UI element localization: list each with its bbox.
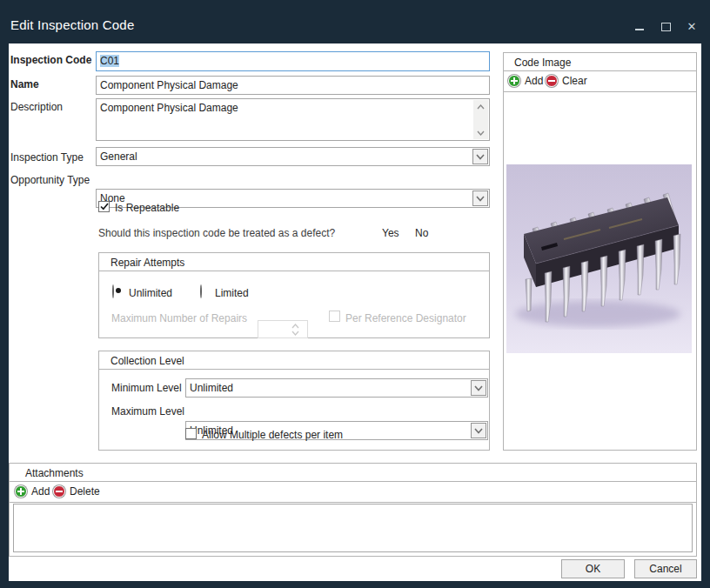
description-input[interactable]: Component Physical Damage: [96, 98, 490, 141]
code-image-header: Code Image: [504, 53, 696, 71]
dropdown-arrow-icon[interactable]: [471, 380, 486, 396]
clear-minus-icon: [546, 75, 558, 87]
unlimited-label: Unlimited: [129, 287, 172, 299]
inspection-type-label: Inspection Type: [10, 151, 84, 164]
name-label: Name: [10, 78, 39, 90]
opportunity-type-label: Opportunity Type: [10, 174, 90, 186]
description-label: Description: [10, 101, 63, 113]
attachments-toolbar: Add Delete: [10, 482, 696, 503]
maximum-level-label: Maximum Level: [111, 405, 184, 418]
is-repeatable-checkbox[interactable]: [98, 201, 110, 212]
code-image-clear-button[interactable]: Clear: [546, 75, 587, 87]
max-repairs-label: Maximum Number of Repairs: [111, 312, 247, 324]
repair-attempts-header: Repair Attempts: [99, 253, 489, 271]
inspection-code-input[interactable]: C01: [96, 51, 490, 71]
inspection-type-select[interactable]: General: [96, 147, 490, 166]
attachments-header: Attachments: [10, 464, 696, 482]
defect-question-label: Should this inspection code be treated a…: [98, 227, 335, 239]
minimum-level-value: Unlimited: [190, 382, 233, 394]
code-image-add-button[interactable]: Add: [508, 75, 543, 87]
add-plus-icon: [15, 485, 27, 498]
attachments-title: Attachments: [25, 467, 84, 479]
cancel-button[interactable]: Cancel: [634, 559, 697, 578]
dialog-content: Inspection Code Name Description Inspect…: [9, 43, 701, 581]
defect-no-label: No: [415, 227, 428, 239]
scroll-down-icon[interactable]: [473, 126, 488, 139]
scroll-up-icon[interactable]: [473, 100, 488, 113]
close-icon[interactable]: ✕: [686, 21, 698, 33]
clear-label: Clear: [562, 75, 587, 87]
max-repairs-spinner[interactable]: [258, 320, 308, 338]
name-input[interactable]: Component Physical Damage: [96, 76, 490, 95]
limited-label: Limited: [215, 287, 249, 299]
add-label: Add: [31, 485, 50, 498]
inspection-code-label: Inspection Code: [10, 54, 91, 66]
add-label: Add: [525, 75, 543, 87]
minimum-level-label: Minimum Level: [111, 382, 182, 394]
limited-radio[interactable]: [200, 284, 202, 298]
per-reference-checkbox[interactable]: [329, 311, 340, 322]
ok-button[interactable]: OK: [561, 559, 625, 578]
dropdown-arrow-icon[interactable]: [472, 149, 488, 164]
minimum-level-select[interactable]: Unlimited: [185, 378, 488, 398]
maximize-icon[interactable]: [660, 21, 672, 33]
delete-minus-icon: [53, 485, 65, 498]
collection-level-header: Collection Level: [99, 351, 489, 370]
allow-multiple-checkbox[interactable]: [185, 428, 197, 439]
attachments-add-button[interactable]: Add: [15, 485, 50, 498]
dropdown-arrow-icon[interactable]: [472, 190, 488, 206]
add-plus-icon: [508, 75, 520, 87]
window-title: Edit Inspection Code: [10, 17, 134, 32]
inspection-code-value: C01: [100, 55, 119, 67]
window-controls: ✕: [633, 19, 698, 35]
code-image-toolbar: Add Clear: [504, 71, 696, 92]
is-repeatable-label: Is Repeatable: [115, 202, 179, 214]
collection-level-group: Collection Level Minimum Level Unlimited…: [98, 351, 490, 451]
repair-attempts-title: Repair Attempts: [111, 257, 184, 269]
per-reference-label: Per Reference Designator: [345, 312, 466, 324]
code-image-panel: Code Image Add Clear: [503, 52, 697, 451]
delete-label: Delete: [70, 485, 100, 498]
unlimited-radio[interactable]: [112, 284, 114, 298]
description-value: Component Physical Damage: [100, 102, 238, 114]
attachments-delete-button[interactable]: Delete: [53, 485, 100, 498]
attachments-panel: Attachments Add Delete: [9, 463, 697, 557]
inspection-type-value: General: [100, 150, 137, 163]
allow-multiple-label: Allow Multiple defects per item: [202, 429, 343, 441]
edit-inspection-code-dialog: { "window": { "title": "Edit Inspection …: [0, 0, 710, 588]
code-image-title: Code Image: [514, 57, 571, 69]
code-image-photo: [506, 164, 692, 353]
minimize-icon[interactable]: [633, 21, 646, 33]
collection-level-title: Collection Level: [111, 355, 184, 367]
dropdown-arrow-icon[interactable]: [471, 423, 486, 438]
repair-attempts-group: Repair Attempts Unlimited Limited Maximu…: [98, 252, 490, 338]
attachments-list[interactable]: [13, 504, 693, 552]
description-scrollbar[interactable]: [473, 100, 488, 139]
defect-yes-label: Yes: [382, 227, 399, 239]
name-value: Component Physical Damage: [100, 79, 238, 91]
